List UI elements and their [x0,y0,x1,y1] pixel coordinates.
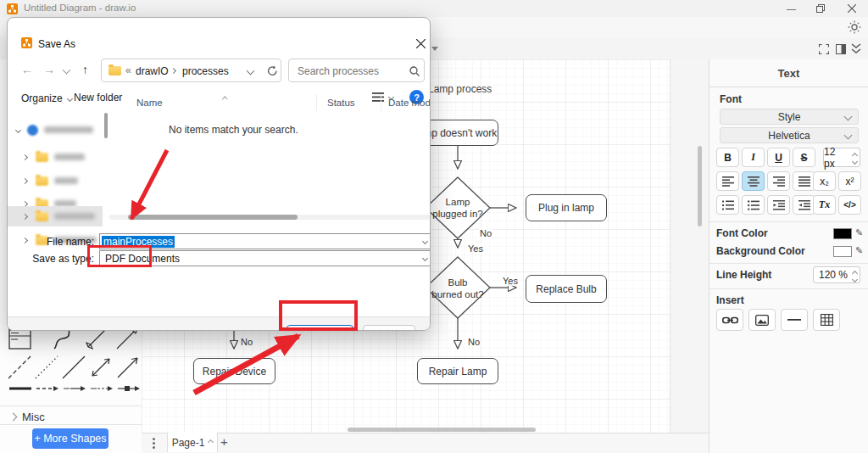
edit-pencil-icon[interactable]: ✎ [855,245,863,256]
line-height-input[interactable]: 120 % [813,266,860,283]
column-separator[interactable] [316,94,317,111]
underline-button[interactable]: U [767,148,790,167]
theme-toggle-sun-icon[interactable] [848,20,861,34]
html-code-button[interactable]: </> [838,195,861,215]
close-dialog-icon[interactable] [416,39,426,48]
align-right-button[interactable] [767,171,790,191]
line-height-stepper[interactable] [853,271,857,282]
align-justify-button[interactable] [793,171,815,191]
more-shapes-button[interactable]: + More Shapes [32,428,108,449]
insert-image-button[interactable] [748,309,776,331]
indent-button[interactable] [793,195,815,215]
list-scrollbar-track[interactable] [109,215,430,220]
close-window-button[interactable] [848,4,856,13]
subscript-button[interactable]: x₂ [813,171,836,191]
format-panel-toggle-icon[interactable] [836,44,846,54]
shape-link-edge[interactable] [63,382,86,395]
back-icon[interactable]: ← [21,63,33,76]
bullet-list-button[interactable] [742,195,765,215]
zoom-dropdown-arrow-icon[interactable] [431,47,438,51]
forward-icon[interactable]: → [43,63,55,76]
shape-arrow[interactable] [115,355,141,380]
column-header-date-modified[interactable]: Date modified [388,98,431,108]
chevron-down-icon [422,255,428,261]
bold-button[interactable]: B [716,148,739,167]
vertical-scrollbar[interactable] [698,146,702,226]
flowchart-node-bulb-burned[interactable]: Bulb burned out? [426,277,490,301]
sidebar-item-folder-selected[interactable] [8,206,103,226]
background-color-swatch[interactable] [833,246,852,257]
page-tab[interactable]: Page-1 [167,433,218,452]
insert-table-button[interactable] [813,309,840,331]
flowchart-node-repair-lamp[interactable]: Repair Lamp [417,358,498,384]
column-header-status[interactable]: Status [327,98,355,108]
breadcrumb-root[interactable]: drawIO [136,65,169,77]
numbered-list-button[interactable] [716,195,739,215]
cancel-button[interactable]: Cancel [363,325,415,331]
redacted-label [54,213,95,220]
superscript-button[interactable]: x² [838,171,861,191]
add-page-button[interactable]: + [220,434,228,449]
shape-annotated-arrow[interactable] [117,382,141,395]
save-as-type-dropdown[interactable]: PDF Documents [99,250,431,266]
view-mode-icon[interactable] [372,92,384,103]
flowchart-node-repair-device[interactable]: Repair Device [193,358,275,384]
save-button[interactable]: Save [287,325,353,331]
shape-dashed-arrow[interactable] [36,382,59,395]
list-scrollbar-thumb[interactable] [128,215,298,220]
font-family-dropdown[interactable]: Helvetica [720,127,859,143]
address-bar[interactable]: « drawIO processes [101,59,281,82]
breadcrumb-collapsed[interactable]: « [125,64,131,76]
italic-button[interactable]: I [742,148,765,167]
align-left-button[interactable] [716,171,739,191]
shape-dotted-line[interactable] [34,355,59,380]
minimize-button[interactable]: — [787,3,796,14]
align-center-button[interactable] [742,171,765,191]
font-size-stepper[interactable] [853,154,857,164]
refresh-icon[interactable] [267,65,278,76]
pages-menu-icon[interactable] [153,436,155,450]
file-name-input[interactable]: mainProcesses [99,233,431,249]
sidebar-item-account[interactable] [8,120,103,140]
shape-line[interactable] [61,355,86,380]
shape-double-arrow[interactable] [88,355,114,380]
edit-pencil-icon[interactable]: ✎ [855,227,863,238]
cloud-account-icon [27,125,38,136]
misc-section-header[interactable]: Misc [10,409,45,424]
column-separator[interactable] [381,94,381,111]
shape-dashed-line[interactable] [7,355,32,380]
maximize-button[interactable] [816,4,826,14]
fullscreen-icon[interactable] [819,44,829,54]
collapse-toolbar-chevrons-icon[interactable] [851,43,861,55]
horizontal-scrollbar[interactable] [348,428,536,432]
insert-horizontal-rule-button[interactable] [781,309,808,331]
breadcrumb-current[interactable]: processes [182,65,229,77]
up-icon[interactable]: ↑ [82,63,88,76]
drawio-logo-icon [7,3,18,14]
strikethrough-button[interactable]: S [793,148,815,167]
shape-dashed-link-edge[interactable] [90,382,114,395]
recent-locations-chevron-icon[interactable] [63,66,71,75]
sidebar-item-folder[interactable] [8,147,103,167]
address-dropdown-chevron-icon[interactable] [247,67,255,76]
style-dropdown[interactable]: Style [720,109,859,125]
organize-menu[interactable]: Organize [21,91,72,106]
shape-bold-line[interactable] [8,382,32,395]
flowchart-node-replace-bulb[interactable]: Replace Bulb [526,275,607,303]
hide-folders-button[interactable]: Hide Folders [31,328,89,331]
outdent-button[interactable] [767,195,790,215]
column-header-name[interactable]: Name [136,98,163,108]
sidebar-scrollbar[interactable] [104,113,108,138]
new-folder-button[interactable]: New folder [74,92,122,103]
clear-formatting-button[interactable]: Tx [813,195,836,215]
font-size-input[interactable]: 12 px [823,148,860,167]
sidebar-item-folder[interactable] [8,171,103,191]
flowchart-node-plug-in-lamp[interactable]: Plug in lamp [526,194,607,221]
diagram-title[interactable]: Lamp process [428,83,492,95]
chevron-up-icon [208,439,214,445]
font-color-swatch[interactable] [833,228,852,239]
flowchart-node-lamp-plugged[interactable]: Lamp plugged in? [426,196,490,221]
search-input[interactable] [296,63,405,80]
format-tab-text[interactable]: Text [709,59,868,87]
insert-link-button[interactable] [716,309,743,331]
